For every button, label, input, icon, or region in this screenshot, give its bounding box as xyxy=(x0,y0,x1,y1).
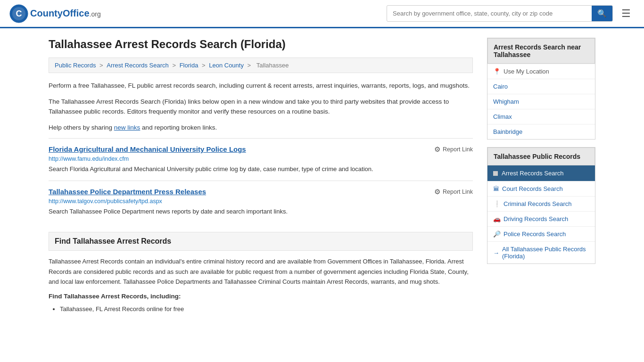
find-section-bold-heading: Find Tallahassee Arrest Records, includi… xyxy=(49,293,473,300)
breadcrumb-tallahassee: Tallahassee xyxy=(256,62,289,69)
desc-para2: The Tallahassee Arrest Records Search (F… xyxy=(49,97,473,117)
sidebar-records-links: 🏛 Court Records Search ❕ Criminal Record… xyxy=(487,181,595,263)
main-wrapper: Tallahassee Arrest Records Search (Flori… xyxy=(39,28,605,324)
police-records-link[interactable]: 🔎 Police Records Search xyxy=(487,227,595,241)
all-records-link[interactable]: → All Tallahassee Public Records (Florid… xyxy=(487,242,595,263)
sidebar-criminal-records: ❕ Criminal Records Search xyxy=(487,196,595,211)
desc-para3: Help others by sharing new links and rep… xyxy=(49,123,473,133)
breadcrumb-public-records[interactable]: Public Records xyxy=(55,62,96,69)
breadcrumb-sep2: > xyxy=(172,62,177,69)
result-card-1-header: Florida Agricultural and Mechanical Univ… xyxy=(49,145,473,154)
sidebar-cairo: Cairo xyxy=(487,79,595,94)
result-2-url: http://www.talgov.com/publicsafety/tpd.a… xyxy=(49,198,473,205)
bainbridge-link[interactable]: Bainbridge xyxy=(487,124,595,139)
page-title: Tallahassee Arrest Records Search (Flori… xyxy=(49,38,473,51)
court-records-label: Court Records Search xyxy=(502,185,563,192)
find-section-para1: Tallahassee Arrest Records contain an in… xyxy=(49,256,473,287)
result-card-2: Tallahassee Police Department Press Rele… xyxy=(49,181,473,223)
sidebar-whigham: Whigham xyxy=(487,94,595,109)
criminal-records-link[interactable]: ❕ Criminal Records Search xyxy=(487,197,595,211)
bullet-item-1: Tallahassee, FL Arrest Records online fo… xyxy=(60,304,473,314)
result-2-title: Tallahassee Police Department Press Rele… xyxy=(49,188,206,196)
breadcrumb-sep4: > xyxy=(248,62,253,69)
header-right: 🔍 ☰ xyxy=(387,5,635,22)
report-link-btn-1[interactable]: ⚙ Report Link xyxy=(434,145,473,154)
search-button[interactable]: 🔍 xyxy=(592,6,612,21)
sidebar-active-arrest-records[interactable]: Arrest Records Search xyxy=(487,165,595,181)
criminal-icon: ❕ xyxy=(493,200,501,207)
criminal-records-label: Criminal Records Search xyxy=(504,200,572,207)
report-link-label-2: Report Link xyxy=(443,189,473,195)
result-1-title: Florida Agricultural and Mechanical Univ… xyxy=(49,145,246,153)
sidebar-all-records: → All Tallahassee Public Records (Florid… xyxy=(487,241,595,263)
location-icon: 📍 xyxy=(493,68,501,75)
court-icon: 🏛 xyxy=(493,185,499,192)
sidebar-bainbridge: Bainbridge xyxy=(487,124,595,139)
court-records-link[interactable]: 🏛 Court Records Search xyxy=(487,181,595,196)
sidebar-public-records-section: Tallahassee Public Records Arrest Record… xyxy=(487,147,595,264)
result-card-1: Florida Agricultural and Mechanical Univ… xyxy=(49,138,473,181)
header: C CountyOffice.org 🔍 ☰ xyxy=(0,0,644,28)
report-link-label-1: Report Link xyxy=(443,146,473,153)
logo-area: C CountyOffice.org xyxy=(9,4,101,23)
sidebar-public-records-title: Tallahassee Public Records xyxy=(487,148,595,165)
driving-icon: 🚗 xyxy=(493,215,501,222)
search-bar: 🔍 xyxy=(387,5,613,22)
result-2-desc: Search Tallahassee Police Department new… xyxy=(49,207,473,216)
breadcrumb-leon-county[interactable]: Leon County xyxy=(209,62,244,69)
desc-para3-prefix: Help others by sharing xyxy=(49,124,114,131)
breadcrumb-arrest-records[interactable]: Arrest Records Search xyxy=(107,62,169,69)
sidebar-court-records: 🏛 Court Records Search xyxy=(487,181,595,196)
logo-text: CountyOffice.org xyxy=(30,8,101,19)
sidebar-police-records: 🔎 Police Records Search xyxy=(487,226,595,241)
driving-records-link[interactable]: 🚗 Driving Records Search xyxy=(487,212,595,226)
report-icon-2: ⚙ xyxy=(434,188,440,196)
report-icon-1: ⚙ xyxy=(434,145,440,154)
logo-icon: C xyxy=(9,4,28,23)
whigham-link[interactable]: Whigham xyxy=(487,94,595,109)
sidebar-driving-records: 🚗 Driving Records Search xyxy=(487,211,595,226)
search-input[interactable] xyxy=(387,7,592,20)
breadcrumb-florida[interactable]: Florida xyxy=(180,62,198,69)
content-area: Tallahassee Arrest Records Search (Flori… xyxy=(49,38,473,314)
breadcrumb-sep3: > xyxy=(202,62,207,69)
result-card-2-header: Tallahassee Police Department Press Rele… xyxy=(49,188,473,196)
find-section-bullets: Tallahassee, FL Arrest Records online fo… xyxy=(49,304,473,314)
sidebar-near-list: 📍 Use My Location Cairo Whigham Climax B… xyxy=(487,64,595,139)
climax-link[interactable]: Climax xyxy=(487,109,595,124)
sidebar-near-title: Arrest Records Search near Tallahassee xyxy=(487,38,595,64)
breadcrumb: Public Records > Arrest Records Search >… xyxy=(49,58,473,73)
desc-para3-suffix: and reporting broken links. xyxy=(140,124,217,131)
search-icon: 🔍 xyxy=(597,9,607,17)
result-1-url: http://www.famu.edu/index.cfm xyxy=(49,156,473,162)
police-icon: 🔎 xyxy=(493,230,501,238)
find-section-header: Find Tallahassee Arrest Records xyxy=(49,232,473,251)
active-square-icon xyxy=(493,171,498,176)
result-1-desc: Search Florida Agricultural and Mechanic… xyxy=(49,165,473,174)
desc-para1: Perform a free Tallahassee, FL public ar… xyxy=(49,81,473,91)
sidebar-use-location: 📍 Use My Location xyxy=(487,64,595,79)
cairo-link[interactable]: Cairo xyxy=(487,79,595,94)
driving-records-label: Driving Records Search xyxy=(504,215,568,222)
sidebar: Arrest Records Search near Tallahassee 📍… xyxy=(487,38,595,314)
hamburger-button[interactable]: ☰ xyxy=(618,6,635,22)
new-links-link[interactable]: new links xyxy=(114,124,140,131)
sidebar-near-section: Arrest Records Search near Tallahassee 📍… xyxy=(487,38,595,140)
sidebar-climax: Climax xyxy=(487,109,595,124)
result-1-link[interactable]: Florida Agricultural and Mechanical Univ… xyxy=(49,145,246,153)
arrow-icon: → xyxy=(493,249,499,256)
hamburger-icon: ☰ xyxy=(621,8,631,19)
report-link-btn-2[interactable]: ⚙ Report Link xyxy=(434,188,473,196)
all-records-label: All Tallahassee Public Records (Florida) xyxy=(502,246,589,260)
sidebar-active-label: Arrest Records Search xyxy=(502,170,564,177)
svg-text:C: C xyxy=(16,9,22,18)
police-records-label: Police Records Search xyxy=(504,230,566,238)
breadcrumb-sep1: > xyxy=(99,62,105,69)
use-location-label: Use My Location xyxy=(504,68,549,75)
use-location-link[interactable]: 📍 Use My Location xyxy=(487,64,595,79)
result-2-link[interactable]: Tallahassee Police Department Press Rele… xyxy=(49,188,206,196)
